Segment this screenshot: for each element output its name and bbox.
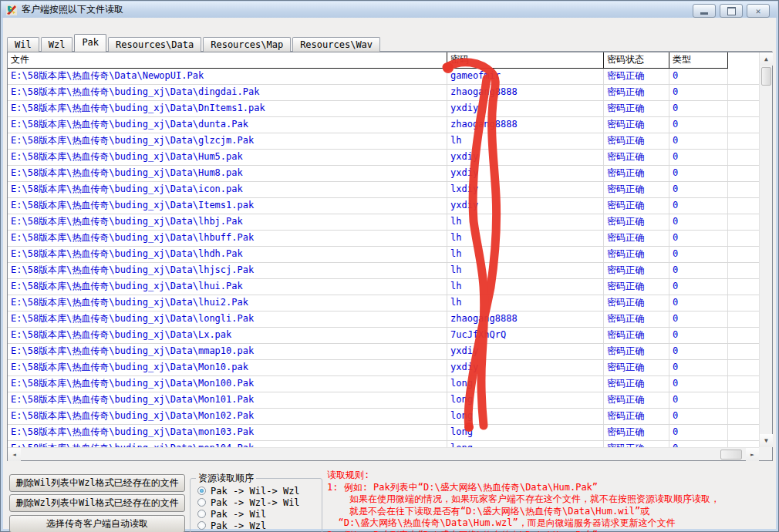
cell-status: 密码正确 (604, 117, 669, 133)
radio-icon[interactable] (197, 521, 206, 530)
table-row[interactable]: E:\58版本库\热血传奇\buding_xj\Data\lhui2.Paklh… (8, 295, 759, 311)
cell-filler (728, 392, 759, 408)
table-row[interactable]: E:\58版本库\热血传奇\buding_xj\Data\mon104.Pakl… (8, 441, 759, 447)
cell-pwd: gameofmir (447, 69, 604, 84)
table-row[interactable]: E:\58版本库\热血传奇\buding_xj\Data\dingdai.Pak… (8, 85, 759, 101)
cell-file: E:\58版本库\热血传奇\buding_xj\Data\Mon100.Pak (8, 376, 447, 392)
tab-pak[interactable]: Pak (74, 34, 106, 52)
radio-option-pak-wzl-wil[interactable]: Pak -> Wzl-> Wil (197, 497, 319, 508)
horizontal-scrollbar[interactable]: ◄ ► (8, 447, 759, 460)
cell-type: 0 (669, 198, 728, 214)
tab-resources-data[interactable]: Resources\Data (108, 37, 201, 52)
scroll-up-icon[interactable]: ▲ (760, 52, 773, 66)
cell-filler (728, 311, 759, 327)
radio-option-pak-wil-wzl[interactable]: Pak -> Wil-> Wzl (197, 485, 319, 497)
cell-pwd: lh (447, 133, 604, 149)
column-header-file[interactable]: 文件 (8, 52, 447, 69)
client-area: WilWzlPakResources\DataResources\MapReso… (3, 18, 776, 529)
table-row[interactable]: E:\58版本库\热血传奇\buding_xj\Data\lhbj.Paklh密… (8, 214, 759, 231)
radio-icon[interactable] (197, 510, 206, 518)
cell-type: 0 (669, 392, 728, 408)
cell-status: 密码正确 (604, 392, 669, 408)
cell-status: 密码正确 (604, 247, 669, 262)
table-row[interactable]: E:\58版本库\热血传奇\buding_xj\Data\Items1.paky… (8, 198, 759, 214)
table-row[interactable]: E:\58版本库\热血传奇\buding_xj\Data\lhui.Paklh密… (8, 279, 759, 295)
vertical-scroll-thumb[interactable] (761, 67, 771, 86)
scroll-left-icon[interactable]: ◄ (8, 448, 21, 461)
radio-option-pak-wil[interactable]: Pak -> Wil (197, 508, 319, 520)
cell-status: 密码正确 (604, 166, 669, 181)
radio-icon[interactable] (197, 498, 206, 507)
cell-pwd: lh (447, 247, 604, 262)
cell-pwd: yxdiy (447, 198, 604, 214)
minimize-icon (700, 12, 708, 15)
table-row[interactable]: E:\58版本库\热血传奇\buding_xj\Data\Lx.pak7ucJf… (8, 328, 759, 344)
tab-resources-map[interactable]: Resources\Map (203, 37, 291, 52)
cell-file: E:\58版本库\热血传奇\buding_xj\Data\longli.Pak (8, 311, 447, 327)
table-row[interactable]: E:\58版本库\热血传奇\buding_xj\Data\lhbuff.Pakl… (8, 231, 759, 247)
minimize-button[interactable] (693, 4, 716, 18)
cell-status: 密码正确 (604, 409, 669, 424)
cell-filler (728, 279, 759, 295)
table-row[interactable]: E:\58版本库\热血传奇\Data\NewopUI.Pakgameofmir密… (8, 69, 759, 85)
cell-file: E:\58版本库\热血传奇\Data\NewopUI.Pak (8, 69, 447, 84)
table-row[interactable]: E:\58版本库\热血传奇\buding_xj\Data\DnItems1.pa… (8, 101, 759, 117)
cell-status: 密码正确 (604, 198, 669, 214)
cell-file: E:\58版本库\热血传奇\buding_xj\Data\Mon101.Pak (8, 392, 447, 408)
cell-status: 密码正确 (604, 425, 669, 440)
action-button-2[interactable]: 删除Wzl列表中Wil格式已经存在的文件 (9, 494, 185, 512)
vertical-scrollbar[interactable]: ▲ ▼ (759, 52, 772, 447)
column-header-password[interactable]: 密码 (447, 52, 604, 69)
scroll-right-icon[interactable]: ► (746, 448, 759, 461)
cell-file: E:\58版本库\热血传奇\buding_xj\Data\Items1.pak (8, 198, 447, 214)
cell-pwd: yxdiy (447, 150, 604, 165)
table-row[interactable]: E:\58版本库\热血传奇\buding_xj\Data\Hum5.pakyxd… (8, 150, 759, 166)
cell-pwd: yxdiy (447, 101, 604, 116)
radio-icon[interactable] (197, 487, 206, 495)
cell-pwd: zhaogang8888 (447, 85, 604, 100)
table-row[interactable]: E:\58版本库\热血传奇\buding_xj\Data\Mon102.Pakl… (8, 409, 759, 425)
cell-pwd: yxdiy (447, 344, 604, 359)
table-row[interactable]: E:\58版本库\热血传奇\buding_xj\Data\icon.paklxd… (8, 182, 759, 198)
reading-rules-text: 读取规则:1: 例如: Pak列表中“D:\盛大网络\热血传奇\Data\Hum… (327, 470, 720, 532)
table-row[interactable]: E:\58版本库\热血传奇\buding_xj\Data\dunta.Pakzh… (8, 117, 759, 133)
cell-file: E:\58版本库\热血传奇\buding_xj\Data\icon.pak (8, 182, 447, 197)
close-button[interactable]: ✕ (747, 4, 770, 18)
tab-wzl[interactable]: Wzl (41, 37, 73, 52)
tab-wil[interactable]: Wil (7, 37, 39, 52)
table-row[interactable]: E:\58版本库\热血传奇\buding_xj\Data\lhdh.Paklh密… (8, 247, 759, 263)
table-row[interactable]: E:\58版本库\热血传奇\buding_xj\Data\Mon101.Pakl… (8, 392, 759, 409)
cell-filler (728, 101, 759, 116)
table-row[interactable]: E:\58版本库\热血传奇\buding_xj\Data\Mon10.pakyx… (8, 360, 759, 376)
cell-pwd: long (447, 425, 604, 440)
table-row[interactable]: E:\58版本库\热血传奇\buding_xj\Data\mmap10.paky… (8, 344, 759, 360)
cell-file: E:\58版本库\热血传奇\buding_xj\Data\dingdai.Pak (8, 85, 447, 100)
list-header: 文件 密码 密码状态 类型 (8, 52, 759, 69)
table-row[interactable]: E:\58版本库\热血传奇\buding_xj\Data\longli.Pakz… (8, 311, 759, 328)
cell-type: 0 (669, 101, 728, 116)
column-header-status[interactable]: 密码状态 (604, 52, 669, 69)
horizontal-scroll-thumb[interactable] (720, 450, 742, 460)
file-list: 文件 密码 密码状态 类型 E:\58版本库\热血传奇\Data\NewopUI… (7, 52, 773, 461)
action-button-3[interactable]: 选择传奇客户端自动读取 (9, 515, 185, 532)
scrollbar-corner (759, 447, 772, 460)
table-row[interactable]: E:\58版本库\热血传奇\buding_xj\Data\Mon100.Pakl… (8, 376, 759, 392)
cell-status: 密码正确 (604, 214, 669, 230)
cell-filler (728, 360, 759, 375)
column-header-type[interactable]: 类型 (669, 52, 728, 69)
table-row[interactable]: E:\58版本库\热血传奇\buding_xj\Data\mon103.Pakl… (8, 425, 759, 441)
tab-resources-wav[interactable]: Resources\Wav (292, 37, 380, 52)
table-row[interactable]: E:\58版本库\热血传奇\buding_xj\Data\Hum8.pakyxd… (8, 166, 759, 182)
cell-pwd: lh (447, 231, 604, 246)
table-row[interactable]: E:\58版本库\热血传奇\buding_xj\Data\glzcjm.Pakl… (8, 133, 759, 150)
cell-pwd: long (447, 409, 604, 424)
maximize-button[interactable] (720, 4, 743, 18)
title-bar[interactable]: 客户端按照以下文件读取 ✕ (2, 2, 777, 18)
table-row[interactable]: E:\58版本库\热血传奇\buding_xj\Data\lhjscj.Pakl… (8, 263, 759, 279)
cell-pwd: yxdiy (447, 360, 604, 375)
radio-option-pak-wzl[interactable]: Pak -> Wzl (197, 520, 319, 531)
action-button-1[interactable]: 删除Wil列表中Wzl格式已经存在的文件 (9, 474, 185, 492)
cell-status: 密码正确 (604, 133, 669, 149)
cell-type: 0 (669, 311, 728, 327)
scroll-down-icon[interactable]: ▼ (760, 434, 773, 447)
